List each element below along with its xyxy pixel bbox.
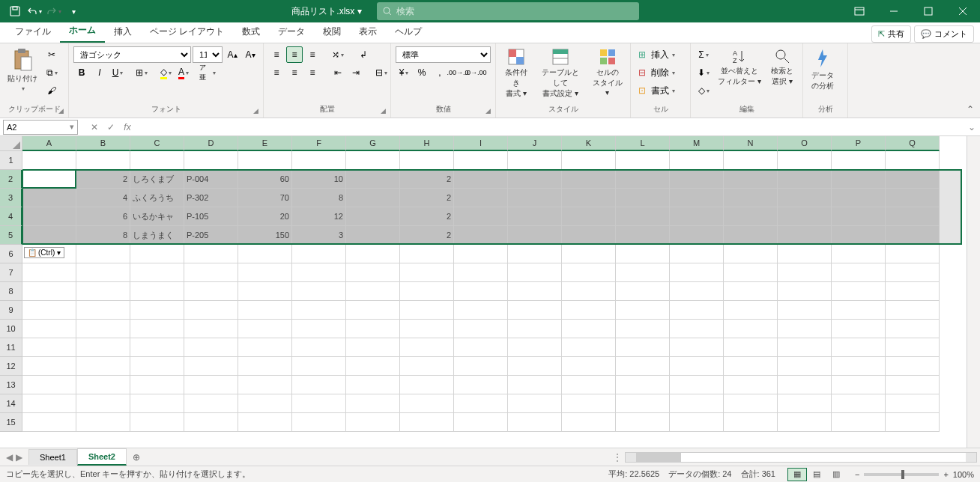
cell-H4[interactable]: 2 [400, 207, 454, 226]
row-header-5[interactable]: 5 [0, 226, 22, 245]
tab-view[interactable]: 表示 [350, 21, 386, 43]
cell-Q3[interactable] [886, 189, 940, 207]
cell-Q8[interactable] [886, 282, 940, 301]
fx-icon[interactable]: fx [120, 122, 135, 132]
tab-review[interactable]: 校閲 [314, 21, 350, 43]
col-header-D[interactable]: D [184, 136, 238, 151]
tab-help[interactable]: ヘルプ [386, 21, 431, 43]
cell-O14[interactable] [778, 394, 832, 413]
cell-K3[interactable] [562, 189, 616, 207]
cell-K8[interactable] [562, 282, 616, 301]
cell-L3[interactable] [616, 189, 670, 207]
hscroll-split-icon[interactable]: ⋮ [613, 452, 622, 463]
cell-L15[interactable] [616, 413, 670, 432]
cell-G9[interactable] [346, 301, 400, 320]
cell-D15[interactable] [184, 413, 238, 432]
cell-I4[interactable] [454, 207, 508, 226]
cell-K1[interactable] [562, 151, 616, 170]
cell-N13[interactable] [724, 376, 778, 394]
cell-L10[interactable] [616, 320, 670, 338]
cell-A14[interactable] [22, 394, 76, 413]
cell-E3[interactable]: 70 [238, 189, 292, 207]
cell-Q14[interactable] [886, 394, 940, 413]
cell-I8[interactable] [454, 282, 508, 301]
tab-pagelayout[interactable]: ページ レイアウト [141, 21, 233, 43]
cell-B14[interactable] [76, 394, 130, 413]
cell-M7[interactable] [670, 263, 724, 282]
cell-N15[interactable] [724, 413, 778, 432]
cell-H11[interactable] [400, 338, 454, 357]
cell-J9[interactable] [508, 301, 562, 320]
cell-A4[interactable] [22, 207, 76, 226]
cell-P15[interactable] [832, 413, 886, 432]
sheet-nav-next-icon[interactable]: ▶ [16, 452, 22, 463]
cell-B6[interactable] [76, 245, 130, 263]
col-header-A[interactable]: A [22, 136, 76, 151]
page-break-view-icon[interactable]: ▥ [826, 468, 846, 481]
wrap-text-icon[interactable]: ↲ [355, 46, 372, 63]
col-header-I[interactable]: I [454, 136, 508, 151]
cell-L8[interactable] [616, 282, 670, 301]
cell-C7[interactable] [130, 263, 184, 282]
cell-G1[interactable] [346, 151, 400, 170]
align-bottom-icon[interactable]: ≡ [304, 46, 321, 63]
cell-B3[interactable]: 4 [76, 189, 130, 207]
cell-G13[interactable] [346, 376, 400, 394]
cell-B10[interactable] [76, 320, 130, 338]
align-left-icon[interactable]: ≡ [268, 64, 285, 81]
cell-J5[interactable] [508, 226, 562, 245]
cell-N2[interactable] [724, 170, 778, 189]
cell-M12[interactable] [670, 357, 724, 376]
cell-E9[interactable] [238, 301, 292, 320]
cell-P7[interactable] [832, 263, 886, 282]
cell-Q10[interactable] [886, 320, 940, 338]
cell-P12[interactable] [832, 357, 886, 376]
cell-L14[interactable] [616, 394, 670, 413]
cell-G7[interactable] [346, 263, 400, 282]
cell-B15[interactable] [76, 413, 130, 432]
cell-Q12[interactable] [886, 357, 940, 376]
cell-C1[interactable] [130, 151, 184, 170]
cell-L1[interactable] [616, 151, 670, 170]
cell-G8[interactable] [346, 282, 400, 301]
cell-F7[interactable] [292, 263, 346, 282]
cell-Q7[interactable] [886, 263, 940, 282]
maximize-icon[interactable] [911, 0, 946, 22]
tab-insert[interactable]: 挿入 [105, 21, 141, 43]
cell-H6[interactable] [400, 245, 454, 263]
cell-A1[interactable] [22, 151, 76, 170]
cell-H15[interactable] [400, 413, 454, 432]
cell-O1[interactable] [778, 151, 832, 170]
cell-Q9[interactable] [886, 301, 940, 320]
cell-G5[interactable] [346, 226, 400, 245]
cell-G11[interactable] [346, 338, 400, 357]
row-header-11[interactable]: 11 [0, 338, 22, 357]
cell-J2[interactable] [508, 170, 562, 189]
cell-Q1[interactable] [886, 151, 940, 170]
paste-button[interactable]: 貼り付け▾ [4, 46, 40, 94]
cell-M5[interactable] [670, 226, 724, 245]
cell-J8[interactable] [508, 282, 562, 301]
cell-G6[interactable] [346, 245, 400, 263]
cell-M13[interactable] [670, 376, 724, 394]
bold-icon[interactable]: B [73, 64, 90, 81]
tab-home[interactable]: ホーム [60, 19, 105, 43]
find-select-button[interactable]: 検索と 選択 ▾ [767, 46, 797, 88]
cell-O8[interactable] [778, 282, 832, 301]
conditional-formatting-button[interactable]: 条件付き 書式 ▾ [500, 46, 532, 100]
row-header-9[interactable]: 9 [0, 301, 22, 320]
cell-H14[interactable] [400, 394, 454, 413]
cell-E11[interactable] [238, 338, 292, 357]
paste-options-button[interactable]: 📋(Ctrl) ▾ [24, 247, 64, 258]
cell-M4[interactable] [670, 207, 724, 226]
cell-F2[interactable]: 10 [292, 170, 346, 189]
cell-E1[interactable] [238, 151, 292, 170]
cell-F8[interactable] [292, 282, 346, 301]
cell-F12[interactable] [292, 357, 346, 376]
cell-D14[interactable] [184, 394, 238, 413]
cell-J10[interactable] [508, 320, 562, 338]
cell-A15[interactable] [22, 413, 76, 432]
italic-icon[interactable]: I [91, 64, 108, 81]
cell-L5[interactable] [616, 226, 670, 245]
tab-data[interactable]: データ [269, 21, 314, 43]
